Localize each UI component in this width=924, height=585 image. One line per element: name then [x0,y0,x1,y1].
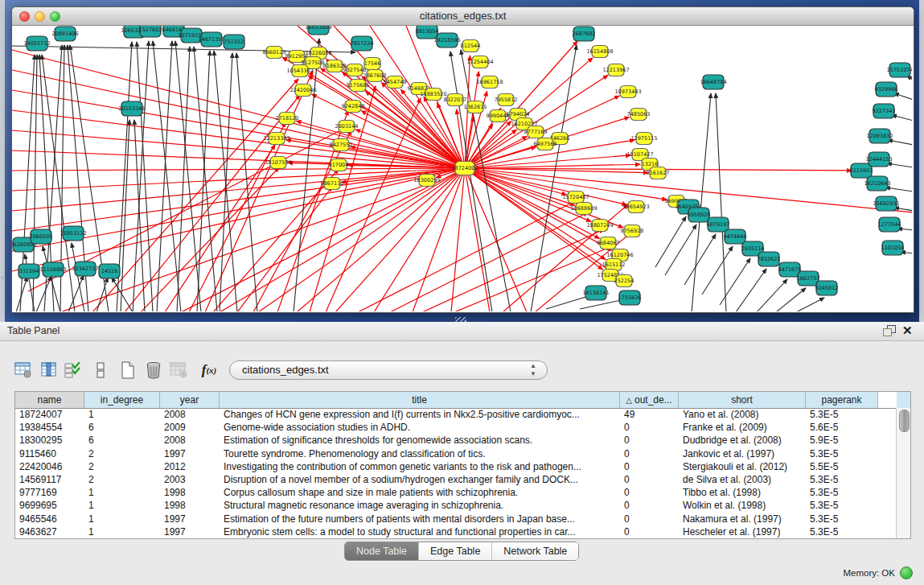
cell-out_de[interactable]: 0 [620,473,679,486]
cell-title[interactable]: Tourette syndrome. Phenomenology and cla… [220,447,620,460]
graph-node-teal[interactable]: 14136141 [582,286,609,300]
cell-out_de[interactable]: 0 [620,499,679,512]
tab-node-table[interactable]: Node Table [345,542,419,560]
cell-in_degree[interactable]: 1 [84,513,160,525]
graph-node-teal[interactable]: 14516 [99,264,120,278]
table-row[interactable]: 969969511998Structural magnetic resonanc… [15,499,897,512]
table-select-dropdown[interactable]: citations_edges.txt ▲▼ [229,360,548,380]
cell-year[interactable]: 2003 [160,473,220,486]
cell-year[interactable]: 1998 [160,486,220,499]
tab-edge-table[interactable]: Edge Table [419,542,492,560]
table-row[interactable]: 1872400712008Changes of HCN gene express… [15,408,897,421]
cell-year[interactable]: 1998 [160,499,220,512]
function-builder-icon[interactable]: f(x) [196,360,222,381]
graph-node-teal[interactable]: 7832621 [758,252,781,266]
cell-in_degree[interactable]: 2 [84,447,160,460]
scrollbar-thumb[interactable] [899,410,910,432]
table-row[interactable]: 1830029562008Estimation of significance … [15,434,897,447]
graph-node-yellow[interactable]: 9684067 [597,237,620,249]
graph-node-yellow[interactable]: 917004 [329,159,349,171]
cell-name[interactable]: 18300295 [15,434,84,447]
graph-node-teal[interactable]: 751552 [224,35,244,49]
cell-year[interactable]: 2008 [160,434,220,447]
cell-title[interactable]: Embryonic stem cells: a model to study s… [220,525,620,538]
trash-icon[interactable] [143,360,164,381]
import-table-icon[interactable] [39,360,60,381]
cell-in_degree[interactable]: 1 [84,486,160,499]
table-row[interactable]: 911546021997Tourette syndrome. Phenomeno… [15,447,897,460]
cell-year[interactable]: 1997 [160,525,220,538]
graph-node-teal[interactable]: 14055712 [23,36,50,51]
graph-node-teal[interactable]: 1527602 [139,26,162,37]
graph-node-yellow[interactable]: 252254 [614,275,634,287]
network-canvas[interactable]: 8660123891295418226058912750881863289327… [12,26,912,311]
table-row[interactable]: 2242004622012Investigating the contribut… [15,460,897,473]
table-vertical-scrollbar[interactable] [896,408,910,538]
new-table-icon[interactable] [13,360,34,381]
cell-pagerank[interactable]: 5.3E-5 [806,499,878,512]
cell-pagerank[interactable]: 5.3E-5 [806,473,878,486]
graph-node-teal[interactable]: 11156863 [39,262,66,277]
cell-year[interactable]: 2008 [160,408,220,421]
cell-name[interactable]: 9115460 [15,447,84,460]
cell-pagerank[interactable]: 5.3E-5 [806,486,878,499]
cell-title[interactable]: Investigating the contribution of common… [220,460,620,473]
column-header-out_de[interactable]: △out_de... [620,392,679,408]
graph-node-teal[interactable]: 1277044 [878,217,901,232]
column-chooser-icon[interactable] [93,360,108,381]
graph-node-teal[interactable]: 9227343 [873,104,896,118]
cell-name[interactable]: 18724007 [15,408,84,421]
cell-year[interactable]: 2012 [160,460,220,473]
cell-in_degree[interactable]: 6 [84,421,160,434]
graph-node-yellow[interactable]: 16154808 [586,46,613,58]
network-graph[interactable]: 8660123891295418226058912750881863289327… [12,26,912,311]
cell-name[interactable]: 9699695 [15,499,84,512]
graph-node-teal[interactable]: 12342737 [72,262,98,276]
float-panel-icon[interactable] [883,325,897,337]
select-rows-icon[interactable] [63,360,82,381]
cell-name[interactable]: 19384554 [15,421,84,434]
cell-pagerank[interactable]: 5.9E-5 [806,434,878,447]
graph-node-yellow[interactable]: 18724007 [451,162,478,175]
column-header-title[interactable]: title [220,392,620,408]
cell-in_degree[interactable]: 1 [84,408,160,421]
graph-node-yellow[interactable]: 7955812 [495,94,518,106]
cell-pagerank[interactable]: 5.6E-5 [806,421,878,434]
cell-title[interactable]: Estimation of the future numbers of pati… [220,513,620,525]
graph-node-teal[interactable]: 19218596 [433,33,460,47]
graph-node-teal[interactable]: 12444153 [865,152,892,167]
cell-out_de[interactable]: 0 [620,421,679,434]
cell-out_de[interactable]: 49 [620,408,679,421]
table-row[interactable]: 946554611997Estimation of the future num… [15,513,897,525]
graph-node-teal[interactable]: 14671355 [198,32,224,47]
cell-in_degree[interactable]: 6 [84,434,160,447]
graph-node-teal[interactable]: 2687682 [573,27,596,41]
cell-short[interactable]: Stergiakouli et al. (2012) [679,460,806,473]
cell-short[interactable]: Dudbridge et al. (2008) [679,434,806,447]
cell-name[interactable]: 22420046 [15,460,84,473]
graph-node-teal[interactable]: 20891406 [51,27,78,41]
graph-node-teal[interactable]: 1733426 [618,290,642,305]
cell-name[interactable]: 9777169 [15,486,84,499]
graph-node-teal[interactable]: 16648784 [700,75,726,89]
cell-title[interactable]: Corpus callosum shape and size in male p… [220,486,620,499]
cell-short[interactable]: Yano et al. (2008) [679,408,806,421]
graph-node-yellow[interactable]: 9175685 [347,80,370,92]
graph-node-yellow[interactable]: 8660123 [263,47,286,59]
memory-status-icon[interactable] [900,566,913,579]
column-header-short[interactable]: short [679,392,806,408]
graph-node-yellow[interactable]: 12213967 [602,64,629,76]
graph-node-teal[interactable]: 1101054 [881,241,905,255]
cell-pagerank[interactable]: 5.3E-5 [806,447,878,460]
graph-node-teal[interactable]: 20153346 [118,101,145,116]
table-row[interactable]: 946362711997Embryonic stem cells: a mode… [15,525,897,538]
graph-node-teal[interactable]: 9474444 [724,229,747,244]
column-header-year[interactable]: year [160,392,220,408]
cell-out_de[interactable]: 0 [620,434,679,447]
graph-node-yellow[interactable]: 16961758 [476,76,503,89]
table-row[interactable]: 977716911998Corpus callosum shape and si… [15,486,897,499]
cell-out_de[interactable]: 0 [620,525,679,538]
network-window[interactable]: citations_edges.txt 86601238912954182260… [11,6,914,313]
cell-short[interactable]: Hescheler et al. (1997) [679,525,806,538]
graph-node-teal[interactable]: 2060505 [30,229,53,244]
